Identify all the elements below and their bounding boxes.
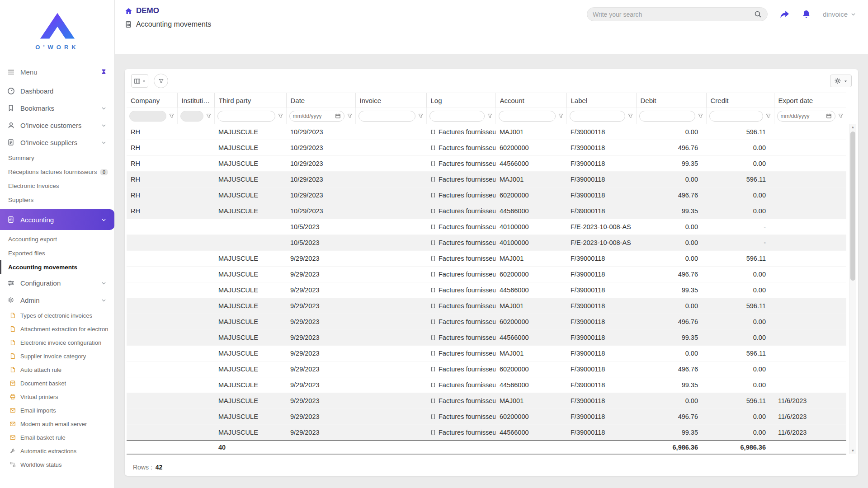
filter-funnel-icon[interactable] (347, 113, 353, 119)
table-row[interactable]: RHMAJUSCULE10/29/2023Factures fournisseu… (127, 172, 846, 188)
sidebar-item-bookmarks[interactable]: Bookmarks (0, 99, 114, 117)
scroll-down-arrow[interactable]: ▼ (849, 447, 856, 454)
col-header-credit[interactable]: Credit (706, 93, 774, 108)
table-row[interactable]: MAJUSCULE9/29/2023Factures fournisseursM… (127, 298, 846, 314)
filter-account-input[interactable] (499, 111, 556, 122)
sidebar-subitem-summary[interactable]: Summary (0, 151, 114, 165)
filter-invoice-input[interactable] (359, 111, 415, 122)
filter-funnel-icon[interactable] (169, 113, 175, 119)
table-row[interactable]: RHMAJUSCULE10/29/2023Factures fournisseu… (127, 124, 846, 140)
logo-wordmark: O'WORK (35, 44, 79, 51)
search-box[interactable] (587, 7, 768, 21)
search-icon[interactable] (754, 10, 762, 18)
total-credit: 6,986.36 (706, 441, 774, 454)
sidebar-subitem-types-of-electronic-invoices[interactable]: Types of electronic invoices (0, 309, 114, 322)
vertical-scrollbar[interactable]: ▲ ▼ (849, 124, 856, 454)
sidebar-subitem-workflow-status[interactable]: Workflow status (0, 458, 114, 471)
sidebar-subitem-label: Summary (8, 155, 34, 161)
col-header-log[interactable]: Log (426, 93, 495, 108)
filter-export_date-date-input[interactable]: mm/dd/yyyy (777, 111, 836, 122)
filter-funnel-icon[interactable] (487, 113, 493, 119)
sidebar-subitem-supplier-invoice-category[interactable]: Supplier invoice category (0, 349, 114, 363)
filter-toggle-button[interactable] (154, 74, 168, 88)
sidebar-item-admin[interactable]: Admin (0, 291, 114, 309)
sidebar-item-configuration[interactable]: Configuration (0, 274, 114, 291)
filter-debit-input[interactable] (639, 111, 695, 122)
cell-date: 10/29/2023 (286, 172, 355, 188)
filter-label-input[interactable] (570, 111, 625, 122)
table-row[interactable]: 10/5/2023Factures fournisseurs40100000F/… (127, 219, 846, 235)
cell-credit: 0.00 (706, 314, 774, 330)
table-row[interactable]: MAJUSCULE9/29/2023Factures fournisseurs6… (127, 409, 846, 425)
table-row[interactable]: MAJUSCULE9/29/2023Factures fournisseursM… (127, 251, 846, 267)
col-header-date[interactable]: Date (286, 93, 355, 108)
table-row[interactable]: MAJUSCULE9/29/2023Factures fournisseurs4… (127, 425, 846, 441)
table-row[interactable]: RHMAJUSCULE10/29/2023Factures fournisseu… (127, 140, 846, 156)
sidebar-subitem-email-imports[interactable]: Email imports (0, 404, 114, 417)
sidebar-subitem-accounting-movements[interactable]: Accounting movements (0, 260, 114, 274)
sidebar-subitem-automatic-extractions[interactable]: Automatic extractions (0, 444, 114, 458)
sidebar-subitem-exported-files[interactable]: Exported files (0, 246, 114, 260)
table-settings-button[interactable] (830, 75, 852, 87)
scrollbar-thumb[interactable] (850, 131, 855, 281)
col-header-company[interactable]: Company (127, 93, 177, 108)
sidebar-subitem-email-basket-rule[interactable]: Email basket rule (0, 431, 114, 444)
sidebar-subitem-auto-attach-rule[interactable]: Auto attach rule (0, 363, 114, 376)
table-row[interactable]: MAJUSCULE9/29/2023Factures fournisseurs4… (127, 282, 846, 298)
col-header-third_party[interactable]: Third party (214, 93, 286, 108)
table-row[interactable]: RHMAJUSCULE10/29/2023Factures fournisseu… (127, 188, 846, 203)
column-chooser-button[interactable] (131, 74, 148, 88)
pin-sidebar-icon[interactable] (100, 69, 107, 75)
app-title[interactable]: DEMO (125, 6, 211, 15)
table-row[interactable]: MAJUSCULE9/29/2023Factures fournisseurs6… (127, 267, 846, 282)
share-button[interactable] (779, 9, 790, 19)
table-row[interactable]: MAJUSCULE9/29/2023Factures fournisseursM… (127, 393, 846, 409)
col-header-invoice[interactable]: Invoice (355, 93, 426, 108)
sidebar-subitem-virtual-printers[interactable]: Virtual printers (0, 390, 114, 404)
sidebar-subitem-attachment-extraction-for-electronic-invoices[interactable]: Attachment extraction for electronic inv… (0, 322, 114, 336)
sidebar-subitem-r-ceptions-factures-fournisseurs[interactable]: Réceptions factures fournisseurs0 (0, 165, 114, 179)
wrench-icon (9, 448, 16, 454)
sidebar-item-o-invoice-suppliers[interactable]: O'Invoice suppliers (0, 134, 114, 151)
filter-log-input[interactable] (429, 111, 485, 122)
table-row[interactable]: MAJUSCULE9/29/2023Factures fournisseurs6… (127, 314, 846, 330)
table-row[interactable]: MAJUSCULE9/29/2023Factures fournisseurs6… (127, 361, 846, 377)
table-row[interactable]: MAJUSCULE9/29/2023Factures fournisseursM… (127, 346, 846, 361)
filter-funnel-icon[interactable] (627, 113, 633, 119)
hamburger-icon[interactable] (7, 68, 15, 76)
filter-funnel-icon[interactable] (206, 113, 212, 119)
filter-funnel-icon[interactable] (418, 113, 424, 119)
user-menu[interactable]: dinvoice (823, 10, 856, 18)
scroll-up-arrow[interactable]: ▲ (849, 124, 856, 130)
sidebar-subitem-suppliers[interactable]: Suppliers (0, 193, 114, 207)
filter-date-date-input[interactable]: mm/dd/yyyy (289, 111, 344, 122)
col-header-export_date[interactable]: Export date (774, 93, 846, 108)
notifications-button[interactable] (802, 9, 811, 19)
filter-funnel-icon[interactable] (838, 113, 844, 119)
sidebar-subitem-accounting-export[interactable]: Accounting export (0, 232, 114, 246)
sidebar-subitem-modern-auth-email-server[interactable]: Modern auth email server (0, 417, 114, 431)
sidebar-item-o-invoice-customers[interactable]: O'Invoice customers (0, 117, 114, 134)
filter-funnel-icon[interactable] (278, 113, 283, 119)
filter-funnel-icon[interactable] (698, 113, 703, 119)
table-row[interactable]: 10/5/2023Factures fournisseurs40100000F/… (127, 235, 846, 251)
table-row[interactable]: MAJUSCULE9/29/2023Factures fournisseurs4… (127, 330, 846, 346)
filter-third_party-input[interactable] (217, 111, 275, 122)
col-header-account[interactable]: Account (495, 93, 566, 108)
col-header-label[interactable]: Label (566, 93, 636, 108)
app-logo[interactable]: O'WORK (0, 0, 114, 62)
filter-funnel-icon[interactable] (558, 113, 564, 119)
sidebar-item-dashboard[interactable]: Dashboard (0, 82, 114, 99)
col-header-debit[interactable]: Debit (636, 93, 706, 108)
search-input[interactable] (593, 11, 750, 18)
sidebar-item-accounting[interactable]: Accounting (0, 209, 114, 230)
sidebar-subitem-document-basket[interactable]: Document basket (0, 376, 114, 390)
table-row[interactable]: RHMAJUSCULE10/29/2023Factures fournisseu… (127, 203, 846, 219)
table-row[interactable]: RHMAJUSCULE10/29/2023Factures fournisseu… (127, 156, 846, 172)
table-row[interactable]: MAJUSCULE9/29/2023Factures fournisseurs4… (127, 377, 846, 393)
filter-funnel-icon[interactable] (765, 113, 771, 119)
sidebar-subitem-electronic-invoice-configuration[interactable]: Electronic invoice configuration (0, 336, 114, 349)
filter-credit-input[interactable] (709, 111, 763, 122)
col-header-institution[interactable]: Institution (177, 93, 214, 108)
sidebar-subitem-electronic-invoices[interactable]: Electronic Invoices (0, 179, 114, 193)
